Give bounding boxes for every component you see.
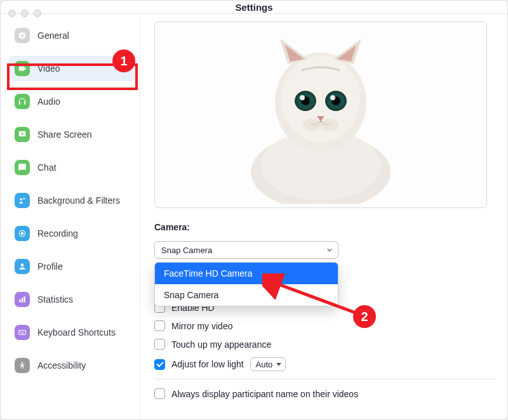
sidebar-item-background-filters[interactable]: Background & Filters: [8, 188, 136, 213]
svg-rect-7: [23, 296, 25, 302]
svg-point-4: [21, 263, 24, 266]
window-titlebar: Settings: [1, 1, 507, 14]
sidebar-item-share-screen[interactable]: Share Screen: [8, 122, 136, 147]
video-options: Enable HD Mirror my video Touch up my ap…: [154, 302, 495, 399]
option-label: Always display participant name on their…: [171, 389, 358, 399]
sidebar-item-label: Background & Filters: [37, 195, 120, 206]
svg-point-13: [22, 362, 23, 364]
camera-preview-image: [238, 26, 403, 204]
share-screen-icon: [15, 127, 30, 142]
option-label: Mirror my video: [171, 321, 232, 331]
svg-rect-1: [23, 198, 25, 199]
camera-option-label: Snap Camera: [164, 290, 218, 300]
recording-icon: [15, 226, 30, 241]
touch-up-checkbox[interactable]: [154, 339, 165, 350]
sidebar-item-label: Chat: [37, 162, 57, 173]
window-zoom-button[interactable]: [34, 10, 41, 17]
camera-section-label: Camera:: [154, 222, 495, 232]
stats-icon: [15, 292, 30, 307]
sidebar-item-general[interactable]: General: [8, 23, 136, 48]
svg-rect-5: [19, 299, 20, 303]
sidebar-item-label: Statistics: [37, 294, 73, 305]
camera-select[interactable]: Snap Camera: [154, 241, 338, 259]
sidebar-item-label: Share Screen: [37, 129, 92, 140]
settings-window: Settings General Video Audio: [0, 0, 508, 420]
chevron-down-icon: [326, 247, 333, 253]
svg-point-27: [321, 119, 338, 131]
keyboard-icon: [15, 325, 30, 340]
svg-point-0: [20, 199, 23, 201]
accessibility-icon: [15, 358, 30, 373]
option-low-light: Adjust for low light Auto: [154, 357, 495, 371]
participant-name-checkbox[interactable]: [154, 388, 165, 399]
svg-point-3: [21, 232, 23, 235]
sidebar-item-recording[interactable]: Recording: [8, 221, 136, 246]
sidebar-item-keyboard-shortcuts[interactable]: Keyboard Shortcuts: [8, 320, 136, 345]
sidebar-item-accessibility[interactable]: Accessibility: [8, 353, 136, 378]
sidebar-item-label: Video: [37, 63, 60, 74]
window-title: Settings: [235, 2, 272, 13]
headphones-icon: [15, 94, 30, 109]
camera-option-snap[interactable]: Snap Camera: [155, 284, 338, 306]
option-touch-up: Touch up my appearance: [154, 339, 495, 350]
svg-rect-12: [21, 333, 24, 334]
window-controls: [8, 10, 41, 17]
camera-option-facetime[interactable]: FaceTime HD Camera: [155, 263, 338, 284]
option-participant-name: Always display participant name on their…: [154, 388, 495, 399]
sidebar-item-video[interactable]: Video: [8, 56, 136, 81]
sidebar-item-label: Recording: [37, 228, 78, 239]
sidebar-item-label: General: [37, 30, 69, 41]
option-mirror: Mirror my video: [154, 320, 495, 331]
settings-content: Camera: Snap Camera FaceTime HD Camera S…: [140, 14, 507, 419]
video-icon: [15, 61, 30, 76]
settings-body: General Video Audio Share Screen: [1, 14, 507, 419]
sidebar-item-label: Audio: [37, 96, 60, 107]
sidebar-item-label: Accessibility: [37, 360, 86, 371]
svg-point-26: [303, 119, 321, 131]
camera-dropdown: FaceTime HD Camera Snap Camera: [154, 262, 338, 306]
low-light-checkbox[interactable]: [154, 359, 165, 370]
profile-icon: [15, 259, 30, 274]
option-label: Adjust for low light: [171, 359, 244, 369]
sidebar-item-label: Profile: [37, 261, 63, 272]
camera-option-label: FaceTime HD Camera: [164, 268, 253, 279]
camera-preview: [154, 22, 487, 208]
gear-icon: [15, 28, 30, 43]
sidebar-item-statistics[interactable]: Statistics: [8, 287, 136, 312]
svg-rect-6: [22, 298, 23, 303]
chat-icon: [15, 160, 30, 175]
low-light-mode-value: Auto: [256, 360, 273, 369]
option-label: Touch up my appearance: [171, 339, 271, 350]
svg-rect-11: [23, 331, 23, 332]
svg-rect-10: [22, 331, 22, 332]
window-close-button[interactable]: [8, 10, 16, 17]
svg-point-17: [281, 56, 360, 142]
background-icon: [15, 193, 30, 208]
sidebar-item-audio[interactable]: Audio: [8, 89, 136, 114]
sidebar-item-label: Keyboard Shortcuts: [37, 327, 116, 338]
svg-rect-9: [20, 331, 21, 332]
camera-select-value: Snap Camera: [161, 246, 212, 255]
sidebar-item-profile[interactable]: Profile: [8, 254, 136, 279]
settings-sidebar: General Video Audio Share Screen: [1, 14, 140, 419]
low-light-mode-select[interactable]: Auto: [250, 357, 286, 371]
svg-point-24: [300, 95, 305, 100]
options-divider: Always display participant name on their…: [154, 379, 495, 399]
window-minimize-button[interactable]: [21, 10, 29, 17]
svg-point-25: [330, 95, 335, 100]
svg-rect-8: [19, 331, 26, 335]
sidebar-item-chat[interactable]: Chat: [8, 155, 136, 180]
mirror-checkbox[interactable]: [154, 320, 165, 331]
